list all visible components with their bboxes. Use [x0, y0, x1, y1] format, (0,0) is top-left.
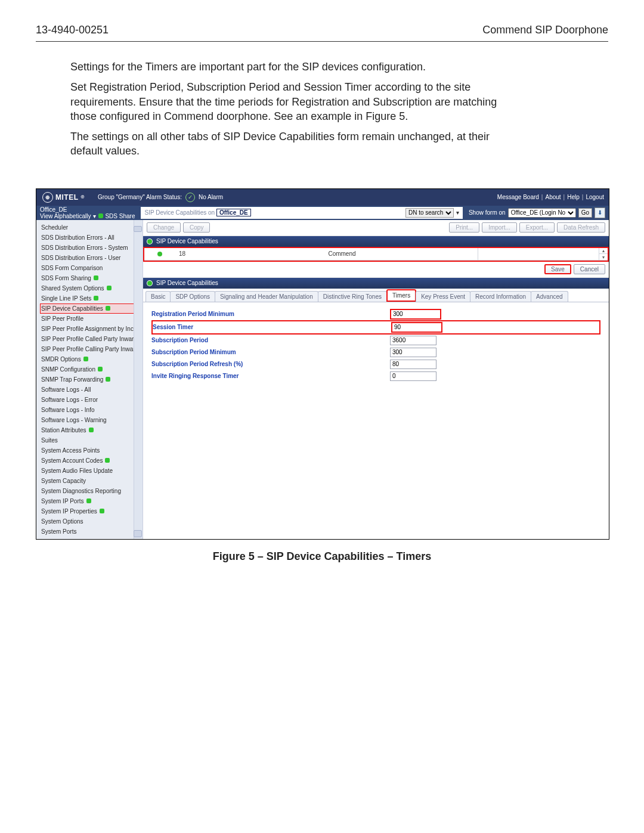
figure-caption: Figure 5 – SIP Device Capabilities – Tim…: [36, 550, 608, 563]
save-button[interactable]: Save: [544, 264, 571, 274]
sidebar-item[interactable]: SIP Peer Profile Calling Party Inward: [40, 344, 141, 354]
form-row: Subscription Period Minimum: [151, 346, 600, 358]
sidebar-item[interactable]: Software Logs - Info: [40, 405, 141, 415]
share-icon: [98, 367, 103, 371]
link-message-board[interactable]: Message Board: [497, 194, 539, 200]
form-label: Registration Period Minimum: [151, 311, 390, 317]
share-icon: [83, 357, 88, 361]
export-button[interactable]: Export...: [519, 222, 555, 233]
sidebar-item[interactable]: System Options: [40, 516, 141, 527]
down-arrow-icon[interactable]: ▾: [599, 254, 608, 260]
sidebar-item[interactable]: Scheduler: [40, 222, 141, 233]
up-arrow-icon[interactable]: ▴: [599, 248, 608, 255]
form-label: Session Timer: [153, 324, 391, 330]
mitel-logo: ⊕ MITEL®: [36, 192, 91, 203]
dn-search-select[interactable]: DN to search: [405, 208, 454, 218]
share-icon: [94, 296, 98, 301]
tab-signaling-and-header-manipulation[interactable]: Signaling and Header Manipulation: [215, 291, 318, 302]
print-button[interactable]: Print...: [449, 222, 479, 233]
tab-record-information[interactable]: Record Information: [470, 291, 531, 302]
tab-basic[interactable]: Basic: [145, 291, 171, 302]
sidebar-item[interactable]: Software Logs - Error: [40, 395, 141, 405]
sidebar-item[interactable]: System IP Ports: [40, 496, 141, 506]
doc-number: 13-4940-00251: [36, 24, 109, 36]
scroll-thumb[interactable]: [134, 226, 142, 232]
cancel-button[interactable]: Cancel: [574, 264, 605, 274]
show-form-select[interactable]: Office_DE (Login No: [508, 208, 576, 218]
change-button[interactable]: Change: [147, 222, 181, 233]
tab-sdp-options[interactable]: SDP Options: [170, 291, 215, 302]
section-header-2: SIP Device Capabilities: [143, 278, 609, 289]
sidebar-item[interactable]: Single Line IP Sets: [40, 293, 141, 304]
sidebar-item[interactable]: System Access Points: [40, 445, 141, 456]
tab-advanced[interactable]: Advanced: [531, 291, 568, 302]
copy-button[interactable]: Copy: [183, 222, 210, 233]
view-alpha-label[interactable]: View Alphabetically: [40, 213, 91, 219]
sidebar-item[interactable]: SDS Distribution Errors - All: [40, 233, 141, 243]
tab-timers[interactable]: Timers: [386, 289, 416, 302]
sidebar: SchedulerSDS Distribution Errors - AllSD…: [36, 220, 143, 539]
sidebar-item[interactable]: SNMP Trap Forwarding: [40, 374, 141, 385]
sidebar-item[interactable]: Software Logs - Warning: [40, 415, 141, 425]
sidebar-item[interactable]: SDS Distribution Errors - User: [40, 253, 141, 263]
table-row[interactable]: 18 Commend ▴ ▾: [144, 248, 608, 261]
row-number: 18: [175, 248, 206, 260]
paragraph-2: Set Registration Period, Subscription Pe…: [70, 80, 524, 123]
form-row: Subscription Period: [151, 335, 600, 346]
sidebar-item[interactable]: System Audio Files Update: [40, 466, 141, 476]
link-logout[interactable]: Logout: [586, 194, 604, 200]
form-label: Invite Ringing Response Timer: [151, 373, 390, 379]
form-input[interactable]: [390, 360, 436, 369]
form-input[interactable]: [391, 322, 442, 333]
tab-distinctive-ring-tones[interactable]: Distinctive Ring Tones: [318, 291, 387, 302]
mitel-logo-icon: ⊕: [42, 192, 53, 203]
paragraph-1: Settings for the Timers are important pa…: [70, 60, 524, 74]
sidebar-item[interactable]: Station Attributes: [40, 425, 141, 435]
sidebar-item[interactable]: SIP Peer Profile Called Party Inward D: [40, 334, 141, 344]
form-input[interactable]: [390, 309, 441, 320]
alarm-status: No Alarm: [199, 194, 223, 200]
share-icon: [107, 286, 112, 290]
sidebar-item[interactable]: System Diagnostics Reporting: [40, 486, 141, 496]
sds-share[interactable]: SDS Share: [98, 213, 135, 219]
form-input[interactable]: [390, 371, 436, 381]
group-label: Group "Germany" Alarm Status:: [98, 194, 182, 200]
sidebar-item[interactable]: SDS Distribution Errors - System: [40, 243, 141, 253]
sidebar-item[interactable]: SIP Peer Profile: [40, 314, 141, 324]
form-row: Invite Ringing Response Timer: [151, 370, 600, 382]
sidebar-item[interactable]: SDS Form Comparison: [40, 263, 141, 273]
link-about[interactable]: About: [545, 194, 561, 200]
screenshot-app: ⊕ MITEL® Group "Germany" Alarm Status: ✓…: [36, 188, 609, 540]
tab-key-press-event[interactable]: Key Press Event: [416, 291, 470, 302]
form-input[interactable]: [390, 336, 436, 345]
go-button[interactable]: Go: [578, 208, 592, 218]
sidebar-item[interactable]: SIP Peer Profile Assignment by Incom: [40, 324, 141, 334]
share-icon: [89, 428, 94, 432]
form-label: Subscription Period Refresh (%): [151, 361, 390, 367]
sidebar-item[interactable]: Software Logs - All: [40, 385, 141, 395]
sidebar-item[interactable]: SNMP Configuration: [40, 364, 141, 374]
share-icon: [105, 458, 110, 463]
refresh-button[interactable]: Data Refresh: [557, 222, 605, 233]
import-button[interactable]: Import...: [482, 222, 517, 233]
sidebar-item[interactable]: Suites: [40, 435, 141, 445]
scrollbar[interactable]: [134, 220, 143, 539]
link-help[interactable]: Help: [567, 194, 580, 200]
sidebar-item[interactable]: Shared System Options: [40, 283, 141, 293]
scroll-thumb[interactable]: [134, 530, 142, 537]
form-label: Subscription Period: [151, 337, 390, 343]
download-icon[interactable]: ⬇: [595, 208, 605, 218]
tabs: BasicSDP OptionsSignaling and Header Man…: [143, 289, 609, 302]
form-input[interactable]: [390, 348, 436, 357]
chevron-down-icon: ▾: [93, 213, 96, 219]
share-icon: [106, 306, 110, 311]
sidebar-item[interactable]: System Account Codes: [40, 456, 141, 466]
sidebar-item[interactable]: System Ports: [40, 527, 141, 537]
share-icon: [100, 509, 104, 513]
sidebar-item[interactable]: SMDR Options: [40, 354, 141, 364]
sidebar-item[interactable]: SDS Form Sharing: [40, 273, 141, 283]
sidebar-item[interactable]: SIP Device Capabilities: [40, 304, 141, 314]
sidebar-item[interactable]: System IP Properties: [40, 506, 141, 516]
sidebar-item[interactable]: System Capacity: [40, 476, 141, 486]
office-name[interactable]: Office_DE: [40, 206, 135, 213]
